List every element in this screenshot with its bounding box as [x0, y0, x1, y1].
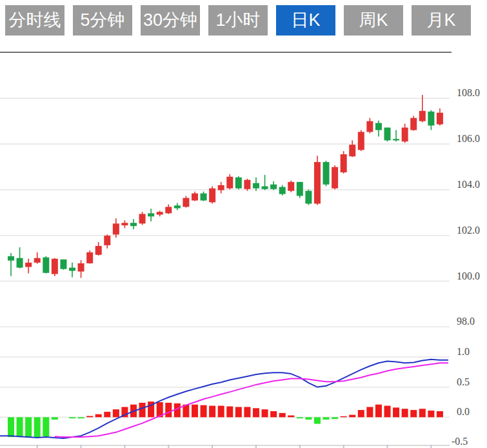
candle-body-down [174, 205, 181, 208]
macd-bar-down [78, 417, 84, 418]
candle-body-up [332, 167, 338, 188]
macd-bar-up [192, 405, 198, 418]
candle-body-down [235, 178, 242, 188]
candle-body-up [244, 180, 250, 189]
macd-bar-up [419, 409, 426, 417]
price-axis-label: 104.0 [457, 179, 480, 190]
macd-bar-up [341, 416, 347, 418]
macd-bar-up [393, 407, 399, 417]
candle-body-up [218, 185, 224, 190]
macd-bar-down [34, 417, 41, 437]
candle-body-down [428, 112, 434, 126]
macd-bar-up [437, 411, 443, 417]
kline-chart[interactable]: 108.0106.0104.0102.0100.098.01.00.50.0-0… [0, 0, 487, 448]
candle-body-down [17, 258, 23, 268]
price-axis-label: 100.0 [457, 270, 480, 281]
macd-bar-up [235, 407, 242, 417]
candle-body-up [349, 145, 355, 156]
macd-bar-up [201, 405, 207, 418]
macd-axis-label: 0.0 [457, 406, 470, 417]
macd-bar-up [86, 416, 93, 417]
tab-1hour[interactable]: 1小时 [208, 5, 268, 36]
macd-bar-up [104, 412, 110, 417]
macd-bar-down [52, 417, 58, 420]
macd-bar-up [410, 410, 417, 417]
candle-body-down [262, 187, 268, 189]
candle-body-up [402, 128, 408, 142]
candle-body-up [104, 236, 110, 245]
candle-body-down [148, 213, 154, 216]
candle-body-down [297, 182, 303, 196]
candle-body-up [157, 212, 163, 214]
macd-bar-up [113, 409, 119, 417]
macd-bar-up [253, 408, 259, 417]
macd-bar-up [279, 413, 286, 418]
candle-body-down [253, 183, 259, 188]
macd-bar-up [262, 409, 268, 417]
candle-body-down [375, 123, 382, 130]
candle-body-up [25, 263, 32, 267]
candle-body-up [209, 188, 215, 203]
candle-body-up [410, 118, 417, 130]
macd-bar-down [314, 417, 321, 423]
candle-body-down [305, 191, 312, 204]
macd-bar-down [297, 417, 303, 418]
price-axis-label: 108.0 [457, 87, 480, 98]
macd-bar-up [244, 407, 250, 417]
macd-bar-up [358, 410, 364, 417]
macd-bar-up [384, 406, 391, 418]
macd-bar-up [375, 405, 382, 418]
macd-bar-down [17, 417, 23, 437]
macd-bar-up [402, 409, 408, 417]
candle-body-down [43, 258, 49, 273]
candle-body-up [139, 214, 146, 223]
macd-bar-up [226, 407, 233, 418]
candle-body-up [86, 252, 93, 263]
macd-bar-up [139, 403, 146, 417]
candle-body-down [60, 260, 66, 269]
macd-bar-up [366, 407, 373, 417]
macd-bar-up [165, 403, 172, 417]
candle-body-up [192, 194, 198, 201]
candle-body-up [95, 246, 102, 255]
candle-body-down [393, 139, 399, 140]
candle-body-up [52, 259, 58, 274]
macd-bar-down [323, 417, 330, 420]
tab-timeline[interactable]: 分时线 [5, 5, 65, 36]
candle-body-down [384, 128, 391, 141]
macd-bar-down [69, 417, 75, 418]
price-axis-label: 98.0 [457, 316, 475, 327]
period-tabbar: 分时线 5分钟 30分钟 1小时 日K 周K 月K [5, 5, 471, 36]
candle-body-up [183, 198, 189, 207]
macd-bar-up [288, 416, 294, 418]
candle-body-up [165, 207, 172, 213]
macd-axis-label: 1.0 [457, 346, 470, 357]
macd-bar-down [43, 417, 49, 436]
candle-body-down [270, 185, 277, 189]
macd-bar-down [8, 417, 14, 437]
candle-body-up [121, 223, 128, 225]
tab-30min[interactable]: 30分钟 [141, 5, 200, 36]
price-axis-label: 106.0 [457, 133, 480, 144]
candle-body-up [341, 154, 347, 172]
candle-body-down [69, 268, 75, 271]
macd-bar-up [349, 415, 355, 418]
candle-body-up [419, 111, 426, 121]
candle-body-up [34, 258, 41, 263]
macd-axis-label: 0.5 [457, 376, 470, 387]
tab-5min[interactable]: 5分钟 [73, 5, 132, 36]
candle-body-up [288, 182, 294, 191]
candle-body-up [314, 162, 321, 203]
candle-body-up [437, 113, 443, 125]
candle-body-down [201, 194, 207, 201]
tab-weekly[interactable]: 周K [344, 5, 403, 36]
tab-monthly[interactable]: 月K [412, 5, 471, 36]
macd-bar-up [95, 414, 102, 418]
tab-daily[interactable]: 日K [276, 5, 335, 36]
macd-bar-up [209, 406, 215, 418]
macd-axis-label: -0.5 [452, 436, 468, 447]
candle-body-up [78, 263, 84, 272]
candle-body-up [113, 223, 119, 234]
macd-dif-line [0, 360, 448, 438]
candle-body-up [358, 132, 364, 150]
